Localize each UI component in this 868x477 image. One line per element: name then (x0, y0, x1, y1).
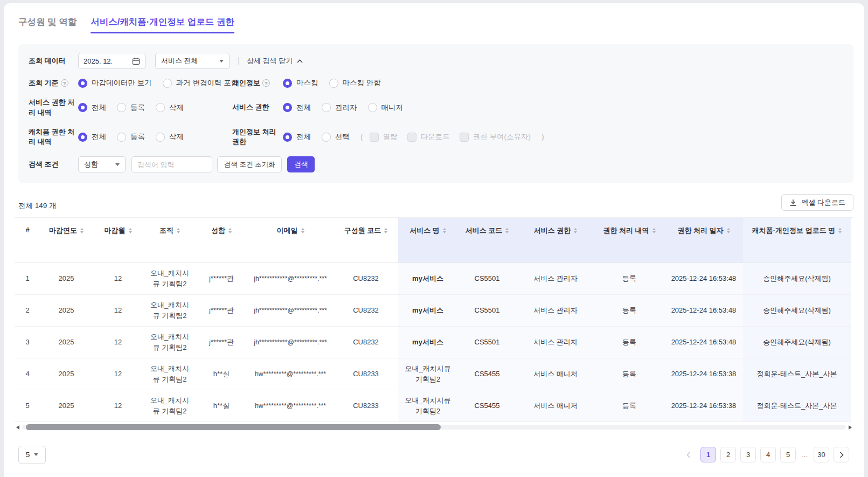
query-basis-options: 마감데이터만 보기 과거 변경이력 포함 (78, 78, 232, 88)
radio-masking[interactable]: 마스킹 (283, 78, 318, 88)
sort-icon[interactable] (443, 228, 446, 233)
radio-all[interactable]: 전체 (78, 103, 106, 113)
radio-delete[interactable]: 삭제 (156, 132, 184, 142)
privacy-perm-label: 개인정보 처리 권한 (232, 127, 283, 148)
sort-icon[interactable] (129, 228, 132, 233)
radio-select[interactable]: 선택 (322, 132, 350, 142)
page-size-select[interactable]: 5 (18, 446, 46, 464)
sort-icon[interactable] (505, 228, 509, 233)
cell-perm-history: 등록 (594, 262, 664, 294)
query-basis-label-text: 조회 기준 (29, 78, 59, 88)
search-button[interactable]: 검색 (287, 156, 315, 172)
col-header-perm-history[interactable]: 권한 처리 내역 (594, 218, 664, 262)
scrollbar-thumb[interactable] (26, 424, 441, 430)
col-header-closing-year[interactable]: 마감연도 (40, 218, 92, 262)
cell-perm-date: 2025-12-24 16:53:38 (664, 390, 743, 421)
page-button-1[interactable]: 1 (700, 447, 716, 462)
sort-icon[interactable] (727, 228, 730, 233)
sort-icon[interactable] (301, 228, 304, 233)
sort-icon[interactable] (574, 228, 577, 233)
prev-page-button[interactable] (680, 447, 696, 462)
horizontal-scrollbar[interactable] (15, 423, 853, 431)
cell-organization: 오내_캐치시큐 기획팀2 (144, 326, 196, 358)
radio-no-masking[interactable]: 마스킹 안함 (329, 78, 381, 88)
col-header-closing-month[interactable]: 마감월 (92, 218, 144, 262)
radio-manager[interactable]: 매니저 (368, 103, 404, 113)
scroll-right-arrow-icon[interactable] (849, 425, 852, 430)
search-condition-label: 검색 조건 (29, 160, 78, 170)
cell-service-code: CS5501 (457, 326, 517, 358)
radio-icon (322, 103, 331, 112)
search-input[interactable] (131, 156, 212, 172)
radio-icon (283, 103, 292, 112)
radio-all[interactable]: 전체 (78, 132, 106, 142)
radio-label: 선택 (335, 132, 350, 142)
col-header-perm-date[interactable]: 권한 처리 일자 (664, 218, 743, 262)
radio-admin[interactable]: 관리자 (322, 103, 357, 113)
radio-delete[interactable]: 삭제 (156, 103, 184, 113)
page-button-5[interactable]: 5 (780, 447, 796, 462)
radio-all[interactable]: 전체 (283, 103, 311, 113)
cell-closing-year: 2025 (40, 390, 92, 421)
checkbox-download[interactable]: 다운로드 (407, 132, 450, 142)
reset-filters-button[interactable]: 검색 조건 초기화 (217, 156, 282, 172)
pagination-ellipsis: ... (800, 451, 809, 459)
service-select[interactable]: 서비스 전체 (155, 53, 230, 69)
col-header-service-name[interactable]: 서비스 명 (398, 218, 457, 262)
col-header-label: 서비스 명 (409, 226, 440, 236)
date-value: 2025. 12. (84, 57, 113, 65)
cell-index: 5 (15, 390, 40, 421)
radio-closing-data-only[interactable]: 마감데이터만 보기 (78, 78, 152, 88)
page-button-4[interactable]: 4 (760, 447, 776, 462)
sort-icon[interactable] (384, 228, 387, 233)
page-button-30[interactable]: 30 (814, 447, 829, 462)
col-header-email[interactable]: 이메일 (247, 218, 334, 262)
checkbox-label: 권한 부여(소유자) (473, 132, 531, 142)
page-button-3[interactable]: 3 (740, 447, 756, 462)
sort-icon[interactable] (228, 228, 232, 233)
col-header-service-code[interactable]: 서비스 코드 (457, 218, 517, 262)
search-field-select[interactable]: 성함 (78, 156, 126, 172)
col-header-service-perm[interactable]: 서비스 권한 (517, 218, 594, 262)
summary-bar: 전체 149 개 엑셀 다운로드 (15, 194, 853, 211)
checkbox-view[interactable]: 열람 (370, 132, 398, 142)
col-header-name[interactable]: 성함 (196, 218, 247, 262)
cell-index: 3 (15, 326, 40, 358)
tab-members-roles[interactable]: 구성원 및 역할 (18, 16, 77, 28)
detail-search-toggle[interactable]: 상세 검색 닫기 (247, 56, 303, 66)
cell-upload-name: 승인해주세요(삭제됨) (743, 294, 851, 326)
radio-icon (78, 103, 87, 112)
checkbox-grant-owner[interactable]: 권한 부여(소유자) (460, 132, 531, 142)
sort-icon[interactable] (177, 228, 180, 233)
cell-closing-month: 12 (92, 262, 144, 294)
tab-upload-permission[interactable]: 서비스/캐치폼·개인정보 업로드 권한 (91, 16, 234, 33)
cell-perm-date: 2025-12-24 16:53:48 (664, 326, 743, 358)
help-icon[interactable] (61, 79, 68, 87)
sort-icon[interactable] (652, 228, 656, 233)
radio-register[interactable]: 등록 (117, 132, 145, 142)
radio-register[interactable]: 등록 (117, 103, 145, 113)
date-input[interactable]: 2025. 12. (78, 53, 145, 69)
col-header-organization[interactable]: 조직 (144, 218, 196, 262)
col-header-upload-name[interactable]: 캐치폼·개인정보 업로드 명 (743, 218, 851, 262)
query-basis-label: 조회 기준 (29, 78, 78, 88)
next-page-button[interactable] (834, 447, 849, 462)
excel-download-button[interactable]: 엑셀 다운로드 (781, 194, 853, 211)
sort-icon[interactable] (80, 228, 84, 233)
cell-name: h**실 (196, 390, 247, 421)
divider (238, 57, 239, 65)
col-header-member-code[interactable]: 구성원 코드 (334, 218, 398, 262)
help-icon[interactable] (262, 79, 270, 87)
page-button-2[interactable]: 2 (720, 447, 736, 462)
radio-icon (78, 133, 87, 142)
radio-icon (156, 133, 165, 142)
radio-include-past-changes[interactable]: 과거 변경이력 포함 (163, 78, 239, 88)
cell-service-name: 오내_캐치시큐 기획팀2 (398, 390, 457, 421)
radio-all[interactable]: 전체 (283, 132, 311, 142)
scroll-left-arrow-icon[interactable] (16, 425, 19, 430)
sort-icon[interactable] (838, 228, 842, 233)
cell-closing-year: 2025 (40, 294, 92, 326)
cell-perm-date: 2025-12-24 16:53:48 (664, 294, 743, 326)
cell-closing-month: 12 (92, 390, 144, 421)
page-size-value: 5 (26, 451, 30, 459)
